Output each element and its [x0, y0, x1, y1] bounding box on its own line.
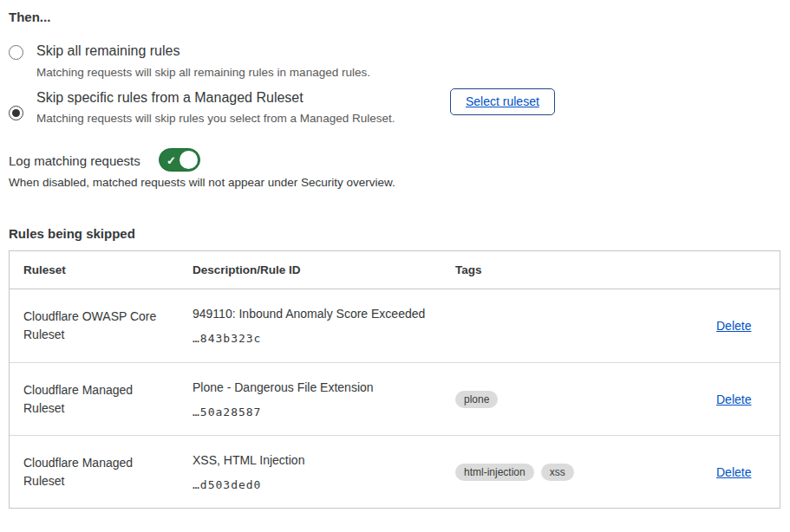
cell-description-rule-id: 949110: Inbound Anomaly Score Exceeded …… [193, 307, 455, 345]
cell-ruleset: Cloudflare Managed Ruleset [10, 454, 193, 490]
rule-description: Plone - Dangerous File Extension [193, 380, 455, 395]
cell-actions: Delete [676, 465, 780, 479]
rule-id: …d503ded0 [193, 478, 455, 491]
toggle-knob [180, 151, 198, 169]
column-header-description-rule-id: Description/Rule ID [193, 263, 455, 276]
delete-link[interactable]: Delete [716, 465, 751, 479]
cell-tags: plone [455, 391, 676, 408]
rule-description: 949110: Inbound Anomaly Score Exceeded [193, 307, 455, 321]
column-header-ruleset: Ruleset [10, 263, 193, 276]
table-row: Cloudflare Managed Ruleset XSS, HTML Inj… [10, 435, 780, 508]
delete-link[interactable]: Delete [716, 393, 751, 406]
log-matching-requests-label: Log matching requests [9, 153, 140, 168]
log-toggle-description: When disabled, matched requests will not… [9, 176, 395, 189]
table-row: Cloudflare OWASP Core Ruleset 949110: In… [10, 289, 780, 362]
cell-actions: Delete [676, 393, 780, 406]
delete-link[interactable]: Delete [716, 319, 751, 333]
radio-skip-all-remaining-rules[interactable] [9, 45, 23, 60]
cell-description-rule-id: XSS, HTML Injection …d503ded0 [193, 453, 455, 491]
log-matching-requests-toggle[interactable]: ✓ [159, 148, 200, 172]
tag-badge: html-injection [455, 464, 534, 481]
option-label-skip-all-remaining-rules[interactable]: Skip all remaining rules [36, 43, 180, 59]
select-ruleset-button[interactable]: Select ruleset [450, 88, 555, 115]
rules-being-skipped-heading: Rules being skipped [9, 226, 135, 241]
rule-description: XSS, HTML Injection [193, 453, 455, 468]
cell-tags: html-injection xss [455, 464, 676, 481]
cell-ruleset: Cloudflare Managed Ruleset [10, 381, 193, 418]
cell-description-rule-id: Plone - Dangerous File Extension …50a285… [193, 380, 455, 418]
table-row: Cloudflare Managed Ruleset Plone - Dange… [10, 362, 780, 435]
cell-ruleset: Cloudflare OWASP Core Ruleset [10, 308, 193, 344]
cell-actions: Delete [676, 319, 780, 333]
option-label-skip-specific-rules[interactable]: Skip specific rules from a Managed Rules… [36, 90, 304, 106]
rules-being-skipped-table: Ruleset Description/Rule ID Tags Cloudfl… [9, 250, 780, 509]
tag-badge: plone [455, 391, 498, 408]
rule-id: …843b323c [193, 332, 455, 345]
table-header-row: Ruleset Description/Rule ID Tags [10, 251, 780, 289]
option-description-skip-all-remaining-rules: Matching requests will skip all remainin… [36, 65, 370, 81]
option-description-skip-specific-rules: Matching requests will skip rules you se… [36, 111, 395, 127]
radio-skip-specific-rules[interactable] [9, 106, 23, 120]
check-icon: ✓ [166, 153, 176, 166]
then-heading: Then... [9, 10, 50, 24]
tag-badge: xss [541, 464, 574, 481]
column-header-tags: Tags [455, 263, 676, 276]
rule-id: …50a28587 [193, 405, 455, 418]
